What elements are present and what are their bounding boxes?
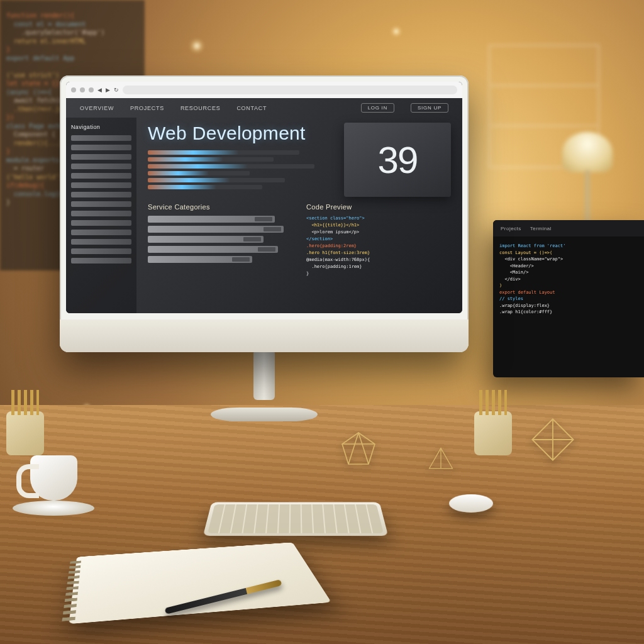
webpage: Overview Projects Resources Contact Log … [66, 98, 462, 313]
primary-monitor: ◀ ▶ ↻ Overview Projects Resources Contac… [60, 75, 469, 352]
sidebar-item[interactable] [71, 230, 131, 235]
window-control-icon[interactable] [89, 87, 94, 92]
monitor-chin [60, 319, 469, 352]
reload-icon[interactable]: ↻ [114, 87, 119, 93]
category-list [148, 216, 292, 263]
workspace-scene: function render(){ const el = document .… [0, 0, 644, 644]
sidebar-item[interactable] [71, 211, 131, 216]
window-control-icon[interactable] [80, 87, 85, 92]
sidebar-item[interactable] [71, 164, 131, 169]
section-heading-left: Service Categories [148, 203, 292, 211]
code-snippet: <section class="hero"> <h1>{{title}}</h1… [306, 216, 451, 276]
sidebar-item[interactable] [71, 182, 131, 188]
bokeh-light [189, 38, 205, 54]
sidebar-item[interactable] [71, 192, 131, 197]
top-nav: Overview Projects Resources Contact Log … [66, 98, 462, 118]
nav-link[interactable]: Contact [236, 105, 267, 111]
sidebar-heading: Navigation [71, 124, 131, 130]
geometric-ornament [426, 445, 455, 474]
secondary-code-panel: import React from 'react' const Layout =… [493, 236, 644, 322]
back-icon[interactable]: ◀ [97, 87, 102, 93]
pencil-holder [6, 411, 44, 455]
metric-card: 39 [344, 123, 451, 197]
sidebar-item[interactable] [71, 220, 131, 226]
sidebar-item[interactable] [71, 248, 131, 254]
list-item[interactable] [148, 216, 275, 223]
section-heading-right: Code Preview [306, 203, 451, 211]
metric-number: 39 [377, 138, 417, 182]
sidebar-item[interactable] [71, 135, 131, 141]
secondary-tab[interactable]: Projects [501, 226, 521, 231]
list-item[interactable] [148, 256, 252, 263]
nav-link[interactable]: Overview [80, 105, 114, 111]
page-title: Web Development [148, 123, 333, 144]
hero-code-lines [148, 150, 333, 189]
nav-link[interactable]: Resources [180, 105, 221, 111]
primary-screen: ◀ ▶ ↻ Overview Projects Resources Contac… [66, 82, 462, 313]
list-item[interactable] [148, 246, 278, 253]
sidebar-item[interactable] [71, 239, 131, 245]
bokeh-light [390, 25, 402, 38]
list-item[interactable] [148, 226, 284, 233]
sidebar-item[interactable] [71, 145, 131, 150]
window-control-icon[interactable] [71, 87, 76, 92]
pencil-holder [474, 411, 512, 455]
login-button[interactable]: Log in [361, 103, 394, 113]
page-main: Web Development 39 [136, 118, 462, 313]
nav-link[interactable]: Projects [130, 105, 164, 111]
sidebar-item[interactable] [71, 201, 131, 207]
coffee-mug [24, 455, 84, 512]
secondary-tab[interactable]: Terminal [530, 226, 552, 231]
secondary-monitor: Projects Terminal import React from 'rea… [493, 220, 644, 377]
address-bar[interactable] [123, 86, 457, 94]
forward-icon[interactable]: ▶ [106, 87, 110, 93]
signup-button[interactable]: Sign up [411, 103, 448, 113]
list-item[interactable] [148, 236, 264, 243]
geometric-ornament [531, 418, 575, 462]
sidebar-item[interactable] [71, 258, 131, 264]
svg-line-2 [348, 433, 358, 464]
svg-marker-0 [342, 433, 375, 464]
sidebar-item[interactable] [71, 173, 131, 179]
page-sidebar: Navigation [66, 118, 136, 313]
svg-line-1 [358, 433, 369, 464]
browser-toolbar: ◀ ▶ ↻ [66, 82, 462, 98]
sidebar-item[interactable] [71, 154, 131, 160]
keyboard[interactable] [203, 502, 389, 536]
geometric-ornament [340, 430, 377, 468]
monitor-stand [230, 350, 299, 419]
